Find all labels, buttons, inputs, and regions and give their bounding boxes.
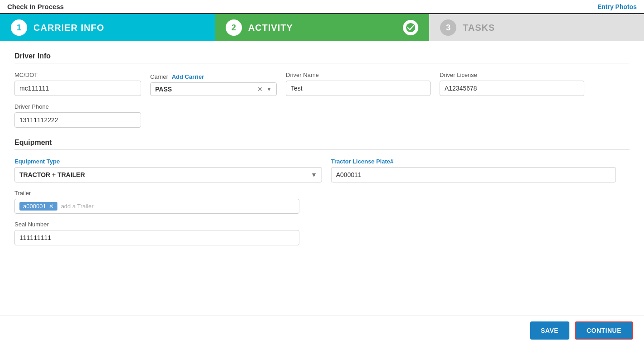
equipment-row-2: Trailer a000001 ✕ add a Trailer — [14, 190, 630, 214]
tractor-license-label: Tractor License Plate# — [331, 158, 616, 165]
add-carrier-label[interactable]: Add Carrier — [172, 73, 204, 80]
entry-photos-link[interactable]: Entry Photos — [597, 3, 637, 10]
equipment-type-chevron-icon[interactable]: ▼ — [311, 171, 317, 178]
seal-number-input[interactable] — [14, 230, 299, 245]
trailer-label: Trailer — [14, 190, 299, 196]
trailer-tag: a000001 ✕ — [19, 202, 57, 211]
driver-license-input[interactable] — [440, 81, 584, 96]
mcdot-group: MC/DOT — [14, 72, 141, 96]
carrier-value: PASS — [155, 86, 254, 93]
driver-phone-input[interactable] — [14, 112, 141, 128]
driver-phone-label: Driver Phone — [14, 103, 141, 110]
driver-info-section-title: Driver Info — [14, 52, 630, 63]
driver-license-label: Driver License — [440, 72, 584, 78]
tractor-license-input[interactable] — [331, 167, 616, 182]
carrier-label: Carrier — [150, 73, 168, 80]
driver-name-label: Driver Name — [286, 72, 431, 78]
step-3-label: TASKS — [463, 23, 495, 33]
step-3: 3 TASKS — [429, 14, 644, 41]
driver-phone-group: Driver Phone — [14, 103, 141, 128]
page-title: Check In Process — [7, 3, 64, 10]
main-content: Driver Info MC/DOT Carrier Add Carrier P… — [0, 41, 644, 264]
carrier-chevron-icon[interactable]: ▼ — [266, 86, 272, 92]
equipment-section: Equipment Equipment Type TRACTOR + TRAIL… — [14, 139, 630, 245]
carrier-group: Carrier Add Carrier PASS ✕ ▼ — [150, 73, 277, 96]
driver-name-group: Driver Name — [286, 72, 431, 96]
carrier-clear-icon[interactable]: ✕ — [257, 86, 263, 93]
step-2-check-icon — [403, 20, 418, 35]
trailer-tag-remove-icon[interactable]: ✕ — [49, 203, 54, 210]
trailer-placeholder: add a Trailer — [61, 203, 94, 210]
mcdot-label: MC/DOT — [14, 72, 141, 78]
top-bar: Check In Process Entry Photos — [0, 0, 644, 14]
seal-number-label: Seal Number — [14, 221, 299, 228]
step-3-number: 3 — [440, 19, 456, 36]
equipment-type-value: TRACTOR + TRAILER — [19, 171, 307, 178]
trailer-group: Trailer a000001 ✕ add a Trailer — [14, 190, 299, 214]
step-2-number: 2 — [226, 19, 242, 36]
tractor-license-group: Tractor License Plate# — [331, 158, 616, 182]
step-1[interactable]: 1 CARRIER INFO — [0, 14, 215, 41]
equipment-section-title: Equipment — [14, 139, 630, 150]
mcdot-input[interactable] — [14, 81, 141, 96]
equipment-type-group: Equipment Type TRACTOR + TRAILER ▼ — [14, 158, 322, 182]
driver-license-group: Driver License — [440, 72, 584, 96]
equipment-type-label: Equipment Type — [14, 158, 322, 165]
equipment-row-3: Seal Number — [14, 221, 630, 245]
driver-info-row-1: MC/DOT Carrier Add Carrier PASS ✕ ▼ Driv… — [14, 72, 630, 96]
equipment-row-1: Equipment Type TRACTOR + TRAILER ▼ Tract… — [14, 158, 630, 182]
trailer-input[interactable]: a000001 ✕ add a Trailer — [14, 199, 299, 214]
carrier-select[interactable]: PASS ✕ ▼ — [150, 82, 277, 96]
driver-name-input[interactable] — [286, 81, 431, 96]
step-2[interactable]: 2 ACTIVITY — [215, 14, 430, 41]
seal-number-group: Seal Number — [14, 221, 299, 245]
driver-info-row-2: Driver Phone — [14, 103, 630, 128]
steps-bar: 1 CARRIER INFO 2 ACTIVITY 3 TASKS — [0, 14, 644, 41]
step-1-label: CARRIER INFO — [33, 23, 104, 33]
step-2-label: ACTIVITY — [248, 23, 293, 33]
step-1-number: 1 — [11, 19, 27, 36]
trailer-tag-value: a000001 — [23, 203, 46, 210]
